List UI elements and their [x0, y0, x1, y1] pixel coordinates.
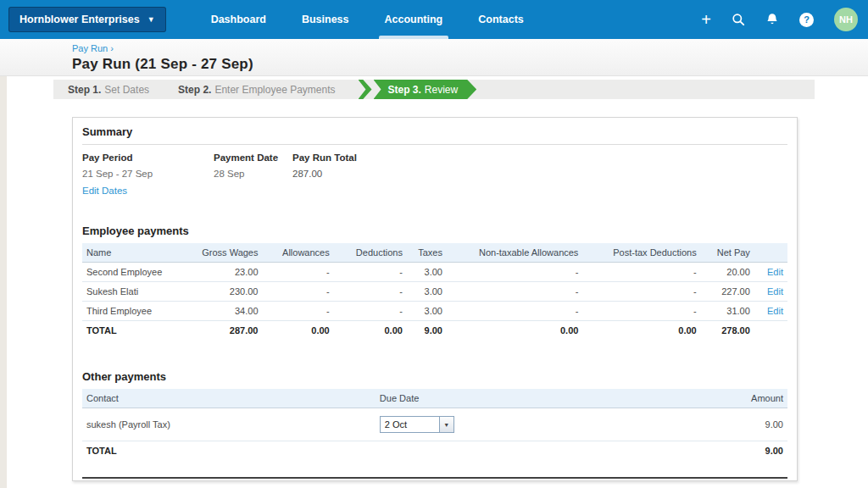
main-nav: Dashboard Business Accounting Contacts — [193, 0, 542, 39]
step-2-prefix: Step 2. — [178, 84, 211, 96]
non-taxable-allowances-value: - — [447, 302, 582, 321]
payment-date-field: Payment Date 28 Sep — [214, 152, 292, 196]
employee-row: Sukesh Elati 230.00 - - 3.00 - - 227.00 … — [82, 282, 787, 302]
allowances-value: - — [263, 263, 334, 282]
net-pay-value: 20.00 — [701, 263, 754, 282]
due-date-value: 2 Oct — [381, 419, 439, 430]
deductions-value: - — [334, 282, 407, 302]
gross-wages-value: 230.00 — [196, 282, 262, 302]
total-allowances: 0.00 — [263, 321, 334, 341]
wizard-steps-bar: Step 1.Set Dates Step 2.Enter Employee P… — [53, 80, 815, 99]
other-total-label: TOTAL — [82, 441, 376, 461]
summary-heading: Summary — [82, 125, 787, 145]
step-1-set-dates[interactable]: Step 1.Set Dates — [53, 84, 164, 96]
step-1-prefix: Step 1. — [68, 84, 101, 96]
page-left-edge — [0, 76, 7, 488]
nav-item-business[interactable]: Business — [284, 0, 367, 39]
allowances-value: - — [263, 282, 334, 302]
edit-employee-link[interactable]: Edit — [767, 286, 783, 297]
taxes-value: 3.00 — [407, 263, 447, 282]
other-total-amount: 9.00 — [631, 441, 787, 461]
total-taxes: 9.00 — [407, 321, 447, 341]
edit-employee-link[interactable]: Edit — [767, 267, 783, 277]
breadcrumb-separator: › — [110, 43, 114, 53]
deductions-value: - — [334, 263, 407, 282]
nav-actions: + ? NH — [701, 8, 858, 31]
other-total-row: TOTAL 9.00 — [82, 441, 787, 461]
col-due-date: Due Date — [376, 389, 631, 408]
step-arrow-body: Step 3.Review — [374, 80, 477, 99]
col-gross-wages: Gross Wages — [196, 243, 262, 263]
due-date-select[interactable]: 2 Oct ▼ — [380, 416, 454, 433]
avatar[interactable]: NH — [834, 8, 858, 31]
step-2-label: Enter Employee Payments — [214, 84, 335, 96]
post-tax-deductions-value: - — [582, 282, 700, 302]
summary-fields: Pay Period 21 Sep - 27 Sep Edit Dates Pa… — [82, 152, 787, 196]
employee-total-row: TOTAL 287.00 0.00 0.00 9.00 0.00 0.00 27… — [82, 321, 787, 341]
pay-run-total-field: Pay Run Total 287.00 — [292, 152, 357, 196]
employee-name: Third Employee — [82, 302, 196, 321]
notifications-bell-icon[interactable] — [765, 13, 779, 26]
step-2-enter-employee-payments[interactable]: Step 2.Enter Employee Payments — [164, 84, 349, 96]
employee-name: Second Employee — [82, 263, 196, 282]
nav-item-dashboard[interactable]: Dashboard — [193, 0, 284, 39]
top-navbar: Hornblower Enterprises ▼ Dashboard Busin… — [0, 0, 868, 39]
help-icon[interactable]: ? — [799, 13, 814, 27]
col-post-tax-deductions: Post-tax Deductions — [582, 243, 700, 263]
chevron-down-icon: ▼ — [147, 16, 155, 24]
net-pay-value: 31.00 — [701, 302, 754, 321]
edit-employee-link[interactable]: Edit — [767, 306, 783, 316]
post-tax-deductions-value: - — [582, 263, 700, 282]
col-net-pay: Net Pay — [701, 243, 754, 263]
employee-row: Second Employee 23.00 - - 3.00 - - 20.00… — [82, 263, 787, 282]
gross-wages-value: 34.00 — [196, 302, 262, 321]
nav-item-accounting[interactable]: Accounting — [367, 0, 461, 39]
total-deductions: 0.00 — [334, 321, 407, 341]
col-non-taxable-allowances: Non-taxable Allowances — [447, 243, 582, 263]
amount-value: 9.00 — [631, 408, 787, 441]
employee-total-label: TOTAL — [82, 321, 196, 341]
step-3-review-active[interactable]: Step 3.Review — [359, 80, 477, 99]
col-actions — [754, 243, 787, 263]
taxes-value: 3.00 — [407, 302, 447, 321]
net-pay-value: 227.00 — [701, 282, 754, 302]
org-name: Hornblower Enterprises — [19, 14, 140, 25]
total-non-taxable-allowances: 0.00 — [447, 321, 582, 341]
step-1-label: Set Dates — [104, 84, 149, 96]
contact-name: sukesh (Payroll Tax) — [82, 408, 376, 441]
employee-name: Sukesh Elati — [82, 282, 196, 302]
pay-run-total-label: Pay Run Total — [292, 152, 357, 163]
pay-run-review-card: Summary Pay Period 21 Sep - 27 Sep Edit … — [72, 117, 798, 481]
employee-payments-table: Name Gross Wages Allowances Deductions T… — [82, 243, 787, 340]
employee-payments-heading: Employee payments — [82, 225, 787, 237]
payment-date-label: Payment Date — [214, 152, 292, 163]
other-payments-heading: Other payments — [82, 370, 787, 383]
employee-table-header-row: Name Gross Wages Allowances Deductions T… — [82, 243, 787, 263]
step-3-label: Review — [425, 84, 458, 96]
pay-period-label: Pay Period — [82, 152, 214, 163]
add-icon[interactable]: + — [701, 11, 711, 28]
search-icon[interactable] — [732, 13, 745, 26]
post-tax-deductions-value: - — [582, 302, 700, 321]
pay-period-value: 21 Sep - 27 Sep — [82, 169, 214, 179]
taxes-value: 3.00 — [407, 282, 447, 302]
dropdown-arrow-icon[interactable]: ▼ — [439, 417, 453, 432]
org-selector-button[interactable]: Hornblower Enterprises ▼ — [8, 7, 166, 32]
employee-row: Third Employee 34.00 - - 3.00 - - 31.00 … — [82, 302, 787, 321]
nav-item-contacts[interactable]: Contacts — [460, 0, 541, 39]
total-gross-wages: 287.00 — [196, 321, 262, 341]
allowances-value: - — [263, 302, 334, 321]
col-name: Name — [82, 243, 196, 263]
col-allowances: Allowances — [263, 243, 334, 263]
edit-dates-link[interactable]: Edit Dates — [82, 186, 127, 196]
other-payment-row: sukesh (Payroll Tax) 2 Oct ▼ 9.00 — [82, 408, 787, 441]
non-taxable-allowances-value: - — [447, 263, 582, 282]
col-amount: Amount — [631, 389, 787, 408]
deductions-value: - — [334, 302, 407, 321]
payment-date-value: 28 Sep — [214, 169, 292, 179]
col-deductions: Deductions — [334, 243, 407, 263]
gross-wages-value: 23.00 — [196, 263, 262, 282]
breadcrumb-pay-run-link[interactable]: Pay Run — [72, 43, 108, 53]
col-contact: Contact — [82, 389, 376, 408]
total-post-tax-deductions: 0.00 — [582, 321, 700, 341]
